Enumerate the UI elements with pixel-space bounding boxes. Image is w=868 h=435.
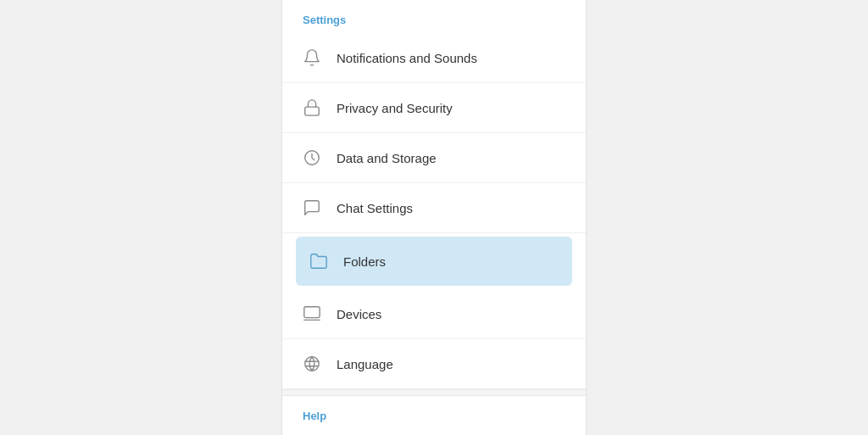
menu-item-chat[interactable]: Chat Settings xyxy=(282,183,586,233)
menu-item-privacy[interactable]: Privacy and Security xyxy=(282,83,586,133)
svg-point-4 xyxy=(305,357,320,371)
folder-icon xyxy=(306,248,331,274)
globe-icon xyxy=(299,351,325,376)
notifications-label: Notifications and Sounds xyxy=(337,51,477,65)
language-label: Language xyxy=(337,357,393,371)
menu-item-ask[interactable]: Ask a Question xyxy=(282,429,586,435)
devices-label: Devices xyxy=(337,307,381,321)
section-divider xyxy=(282,389,586,396)
settings-section-header: Settings xyxy=(282,0,586,33)
menu-item-folders[interactable]: Folders xyxy=(296,237,572,286)
menu-item-devices[interactable]: Devices xyxy=(282,289,586,339)
svg-rect-2 xyxy=(304,307,320,318)
menu-item-notifications[interactable]: Notifications and Sounds xyxy=(282,33,586,83)
folders-label: Folders xyxy=(343,254,386,269)
settings-panel: Settings Notifications and Sounds Privac… xyxy=(281,0,587,435)
clock-icon xyxy=(299,145,325,170)
menu-item-data[interactable]: Data and Storage xyxy=(282,133,586,183)
chat-label: Chat Settings xyxy=(337,201,413,215)
lock-icon xyxy=(299,95,325,120)
laptop-icon xyxy=(299,301,325,326)
privacy-label: Privacy and Security xyxy=(337,101,453,115)
svg-rect-0 xyxy=(305,107,320,115)
chat-icon xyxy=(299,195,325,220)
menu-item-language[interactable]: Language xyxy=(282,339,586,389)
bell-icon xyxy=(299,45,325,70)
help-section-header: Help xyxy=(282,396,586,429)
data-label: Data and Storage xyxy=(337,151,437,165)
